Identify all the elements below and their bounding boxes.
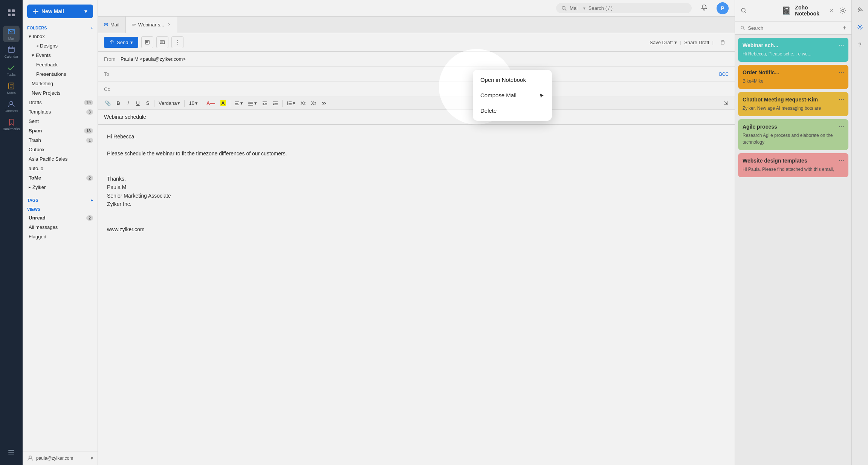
folder-asia-pacific[interactable]: Asia Pacific Sales [23,154,98,164]
contacts-app-icon[interactable]: Contacts [3,98,20,115]
search-scope[interactable]: Mail [570,5,579,11]
card-5-menu-btn[interactable]: ⋯ [839,157,845,164]
folder-new-projects[interactable]: New Projects [23,88,98,98]
folder-trash[interactable]: Trash 1 [23,135,98,145]
notebook-add-btn[interactable]: + [843,25,846,31]
svg-point-31 [249,103,249,104]
more-options-btn[interactable]: ⋮ [171,36,183,48]
folder-feedback[interactable]: Feedback [23,60,98,69]
compose-mail-item[interactable]: Compose Mail [473,87,552,103]
question-help-icon[interactable]: ? [854,38,866,51]
attach-icon-btn[interactable] [141,36,153,48]
card-1-menu-btn[interactable]: ⋯ [839,41,845,49]
folder-spam[interactable]: Spam 18 [23,126,98,135]
folder-zylker[interactable]: ▸ Zylker [23,183,98,192]
contacts-label: Contacts [5,109,18,113]
attach-btn[interactable]: 📎 [102,99,113,107]
top-bar: Mail ▾ P [98,0,735,17]
highlight-btn[interactable]: A [218,99,228,107]
to-row[interactable]: To BCC [98,67,735,82]
notebook-search-icon[interactable] [740,7,747,14]
grid-icon[interactable] [3,5,20,21]
delete-item[interactable]: Delete [473,103,552,118]
svg-rect-13 [8,450,14,451]
card-2-menu-btn[interactable]: ⋯ [839,69,845,76]
folder-templates[interactable]: Templates 3 [23,107,98,117]
outdent-btn[interactable] [260,100,270,107]
subscript-btn[interactable]: X2 [309,99,318,107]
folder-events[interactable]: ▾ Events [23,51,98,60]
cc-input[interactable] [121,86,729,92]
font-color-btn[interactable]: A [204,99,217,107]
notebook-card-1[interactable]: Webinar sch... Hi Rebecca, Please sche..… [738,38,848,62]
notes-app-icon[interactable]: Notes [3,80,20,97]
folder-designs[interactable]: ◂ Designs [23,41,98,51]
context-menu: Open in Notebook Compose Mail Delete [473,70,552,121]
more-format-btn[interactable]: ≫ [319,99,329,107]
notebook-settings-icon[interactable] [839,7,846,14]
settings-gear-icon[interactable] [854,21,866,33]
underline-btn[interactable]: U [133,99,142,107]
mail-app-icon[interactable]: Mail [3,26,20,42]
expand-btn[interactable]: ⇲ [721,99,730,107]
to-input[interactable] [121,71,719,77]
tab-webinar[interactable]: ✏ Webinar s... × [126,17,177,33]
indent-btn[interactable] [270,100,280,107]
card-4-menu-btn[interactable]: ⋯ [839,123,845,130]
email-body[interactable]: Hi Rebecca, Please schedule the webinar … [98,125,735,465]
card-3-menu-btn[interactable]: ⋯ [839,96,845,103]
notebook-search-input[interactable] [748,25,840,31]
align-selector[interactable]: ▾ [232,99,245,107]
folder-outbox[interactable]: Outbox [23,145,98,154]
account-info[interactable]: paula@zylker.com ▾ [23,451,98,465]
notebook-card-3[interactable]: Chatbot Meeting Request-Kim Zylker, New … [738,92,848,116]
view-all-messages[interactable]: All messages [23,223,98,232]
notebook-card-2[interactable]: Order Notific... Bike4Mike ⋯ [738,65,848,89]
bcc-button[interactable]: BCC [719,72,729,77]
list-selector[interactable]: ▾ [246,99,259,107]
tab-mail[interactable]: ✉ Mail [98,17,126,33]
view-unread[interactable]: Unread 2 [23,213,98,223]
folder-presentations[interactable]: Presentations [23,69,98,79]
folder-sent[interactable]: Sent [23,117,98,126]
folder-marketing[interactable]: Marketing [23,79,98,88]
delete-draft-btn[interactable] [717,36,729,48]
bookmarks-app-icon[interactable]: Bookmarks [3,116,20,133]
new-mail-button[interactable]: New Mail ▾ [27,5,93,18]
send-icon [109,40,115,45]
notebook-close-btn[interactable]: × [830,7,833,14]
notebook-card-5[interactable]: Website design templates Hi Paula, Pleas… [738,153,848,177]
save-draft-button[interactable]: Save Draft ▾ [649,40,677,45]
calendar-app-icon[interactable]: Calendar [3,44,20,60]
folder-auto-io[interactable]: auto.io [23,164,98,173]
share-draft-button[interactable]: Share Draft [684,40,709,45]
folder-tome[interactable]: ToMe 2 [23,173,98,183]
subject-row[interactable]: Webinar schedule [98,110,735,125]
search-input[interactable] [588,5,686,11]
bold-btn[interactable]: B [114,99,123,107]
bell-icon[interactable] [701,4,708,12]
folder-inbox[interactable]: ▾ Inbox [23,32,98,41]
cc-row[interactable]: Cc [98,82,735,97]
main-content: Mail ▾ P ✉ Mail ✏ Webinar s... × Send ▾ [98,0,735,465]
tasks-app-icon[interactable]: Tasks [3,62,20,78]
tab-close-icon[interactable]: × [168,22,171,27]
calendar-label: Calendar [5,55,18,58]
add-folder-icon[interactable]: + [91,26,93,30]
superscript-btn[interactable]: X2 [298,99,308,107]
pin-icon[interactable] [854,4,866,16]
avatar[interactable]: P [717,2,729,14]
send-button[interactable]: Send ▾ [104,37,138,48]
open-in-notebook-item[interactable]: Open in Notebook [473,72,552,87]
line-spacing-selector[interactable]: ▾ [284,99,298,107]
font-size-selector[interactable]: 10 ▾ [186,99,200,107]
italic-btn[interactable]: I [124,99,133,107]
view-flagged[interactable]: Flagged [23,232,98,241]
notebook-card-4[interactable]: Agile process Research Agile process and… [738,119,848,150]
preview-btn[interactable] [156,36,168,48]
add-tag-icon[interactable]: + [91,198,93,203]
menu-icon[interactable] [3,444,20,460]
font-family-selector[interactable]: Verdana ▾ [156,99,182,107]
folder-drafts[interactable]: Drafts 19 [23,98,98,107]
strikethrough-btn[interactable]: S [143,99,152,107]
